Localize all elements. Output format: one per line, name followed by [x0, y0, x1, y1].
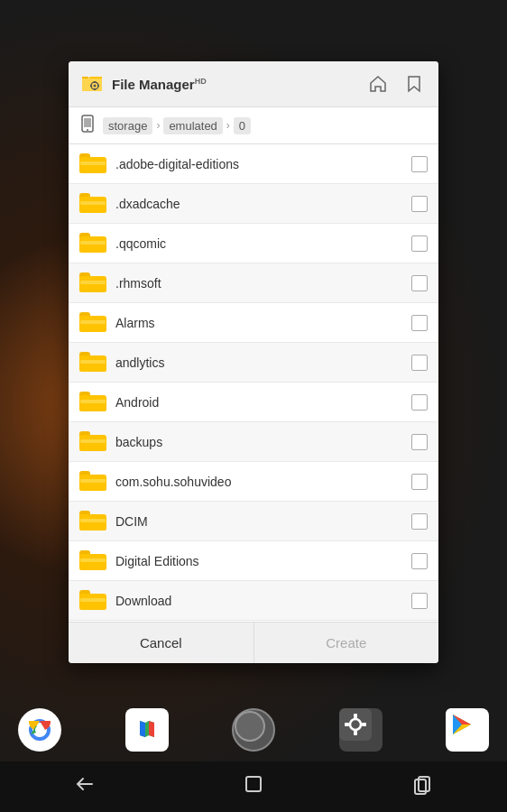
- file-list-item[interactable]: Digital Editions: [69, 541, 438, 581]
- folder-icon: [79, 392, 106, 413]
- file-checkbox[interactable]: [411, 553, 428, 569]
- file-name: com.sohu.sohuvideo: [115, 475, 411, 489]
- app-icon: [79, 71, 105, 97]
- file-checkbox[interactable]: [411, 235, 428, 252]
- breadcrumb-0[interactable]: 0: [234, 117, 251, 134]
- home-button[interactable]: [364, 70, 392, 97]
- file-checkbox[interactable]: [411, 156, 428, 172]
- home-nav-button[interactable]: [243, 773, 264, 800]
- file-name: DCIM: [115, 514, 411, 529]
- svg-point-23: [87, 129, 88, 131]
- file-list-item[interactable]: .adobe-digital-editions: [69, 144, 438, 184]
- svg-rect-19: [90, 85, 92, 87]
- file-name: Digital Editions: [115, 554, 411, 568]
- dialog-title-left: File ManagerHD: [79, 71, 207, 97]
- file-name: andlytics: [115, 355, 411, 370]
- file-checkbox[interactable]: [411, 196, 428, 212]
- bookmark-button[interactable]: [401, 70, 428, 97]
- breadcrumb: storage › emulated › 0: [69, 107, 438, 144]
- breadcrumb-storage[interactable]: storage: [103, 117, 152, 134]
- folder-icon: [79, 193, 106, 215]
- file-checkbox[interactable]: [411, 513, 428, 530]
- file-list-item[interactable]: .dxadcache: [69, 184, 438, 224]
- folder-icon: [79, 272, 106, 294]
- dialog-title-icons: [364, 70, 428, 97]
- dialog-titlebar: File ManagerHD: [69, 61, 438, 107]
- create-button[interactable]: Create: [254, 623, 439, 663]
- folder-icon: [79, 550, 106, 572]
- file-manager-dialog: File ManagerHD: [69, 61, 438, 663]
- folder-icon: [79, 590, 106, 612]
- svg-rect-22: [84, 118, 91, 127]
- file-name: .adobe-digital-editions: [115, 157, 411, 171]
- file-list-item[interactable]: backups: [69, 422, 438, 462]
- device-icon: [79, 115, 96, 136]
- file-list-item[interactable]: andlytics: [69, 343, 438, 383]
- file-checkbox[interactable]: [411, 474, 428, 490]
- file-name: .qqcomic: [115, 236, 411, 251]
- file-name: .rhmsoft: [115, 276, 411, 291]
- file-checkbox[interactable]: [411, 434, 428, 450]
- cancel-button[interactable]: Cancel: [69, 623, 254, 663]
- folder-icon: [79, 471, 106, 493]
- file-list-item[interactable]: Alarms: [69, 303, 438, 343]
- recent-apps-button[interactable]: [411, 773, 433, 800]
- svg-point-16: [94, 85, 97, 88]
- folder-icon: [79, 312, 106, 334]
- file-list-item[interactable]: .qqcomic: [69, 224, 438, 263]
- folder-icon: [79, 352, 106, 374]
- file-list-item[interactable]: Android: [69, 383, 438, 422]
- back-button[interactable]: [74, 773, 96, 800]
- file-list-item[interactable]: com.sohu.sohuvideo: [69, 462, 438, 502]
- file-list-item[interactable]: Download: [69, 581, 438, 621]
- file-name: Alarms: [115, 316, 411, 330]
- breadcrumb-emulated[interactable]: emulated: [163, 117, 222, 134]
- file-list-item[interactable]: DCIM: [69, 502, 438, 541]
- file-checkbox[interactable]: [411, 275, 428, 291]
- dialog-buttons: Cancel Create: [69, 623, 438, 663]
- file-name: .dxadcache: [115, 197, 411, 211]
- nav-bar: [0, 761, 507, 812]
- folder-icon: [79, 511, 106, 532]
- file-checkbox[interactable]: [411, 394, 428, 411]
- file-name: backups: [115, 435, 411, 449]
- dialog-title-text: File ManagerHD: [112, 77, 207, 92]
- svg-rect-17: [94, 81, 96, 83]
- file-name: Download: [115, 594, 411, 608]
- file-name: Android: [115, 395, 411, 410]
- svg-rect-18: [94, 88, 96, 90]
- file-checkbox[interactable]: [411, 355, 428, 371]
- file-checkbox[interactable]: [411, 315, 428, 331]
- svg-rect-20: [97, 85, 99, 87]
- dialog-overlay: File ManagerHD: [0, 25, 507, 761]
- svg-rect-24: [246, 777, 261, 791]
- folder-icon: [79, 153, 106, 175]
- file-list: .adobe-digital-editions .dxadcache: [69, 144, 438, 623]
- folder-icon: [79, 233, 106, 254]
- file-checkbox[interactable]: [411, 593, 428, 609]
- file-list-item[interactable]: .rhmsoft: [69, 263, 438, 303]
- folder-icon: [79, 431, 106, 453]
